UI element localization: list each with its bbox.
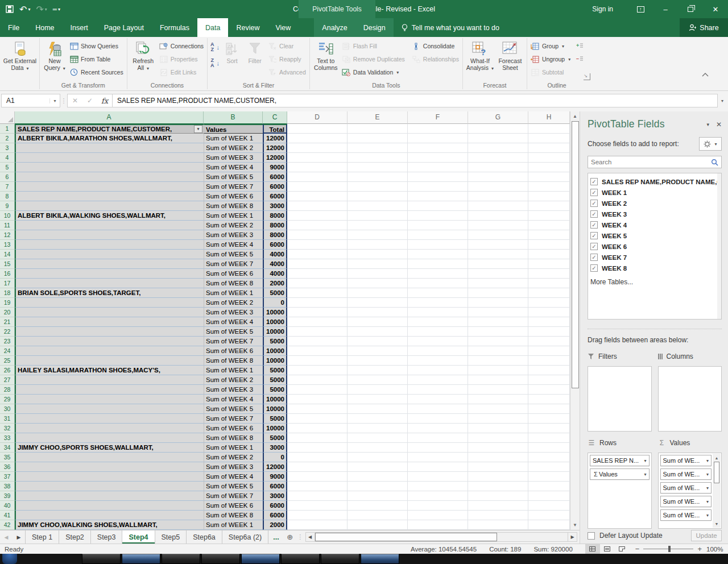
sort-button[interactable]: ZAAZ Sort: [221, 38, 243, 64]
remove-duplicates-button[interactable]: Remove Duplicates: [340, 53, 407, 65]
cell-F19[interactable]: [408, 298, 468, 308]
values-field-chip[interactable]: Sum of WE...▾: [660, 455, 712, 466]
edit-links-button[interactable]: Edit Links: [158, 67, 205, 78]
tab-data[interactable]: Data: [197, 18, 228, 37]
cell-H37[interactable]: [528, 472, 570, 482]
row-header-41[interactable]: 41: [0, 511, 15, 520]
cell-H28[interactable]: [528, 385, 570, 395]
zoom-in-icon[interactable]: +: [697, 545, 702, 553]
field-checkbox-checked[interactable]: ✓: [590, 200, 598, 207]
outline-dialog-launcher-icon[interactable]: ↘: [584, 73, 590, 80]
cell-B15[interactable]: Sum of WEEK 7: [204, 259, 263, 269]
cell-C15[interactable]: 4000: [263, 259, 287, 269]
cell-B42[interactable]: Sum of WEEK 1: [204, 520, 263, 530]
field-search[interactable]: [588, 156, 722, 168]
share-button[interactable]: Share: [680, 18, 728, 37]
cell-C16[interactable]: 4000: [263, 269, 287, 279]
row-header-16[interactable]: 16: [0, 269, 15, 279]
cell-C41[interactable]: 6000: [263, 511, 287, 520]
close-button[interactable]: ✕: [703, 0, 728, 18]
horizontal-scrollbar[interactable]: ◀ ▶: [305, 530, 580, 544]
sign-in-link[interactable]: Sign in: [592, 5, 613, 13]
tab-review[interactable]: Review: [228, 18, 267, 37]
cell-F33[interactable]: [408, 433, 468, 443]
cell-F23[interactable]: [408, 337, 468, 346]
cell-B39[interactable]: Sum of WEEK 7: [204, 491, 263, 501]
cell-G12[interactable]: [468, 230, 528, 240]
pivot-filter-dropdown-icon[interactable]: ▾: [194, 125, 202, 133]
status-count[interactable]: Count: 189: [489, 546, 521, 553]
cell-A4[interactable]: [15, 153, 204, 163]
filters-area[interactable]: [588, 366, 652, 432]
cell-D24[interactable]: [287, 346, 348, 356]
cell-G19[interactable]: [468, 298, 528, 308]
cell-B19[interactable]: Sum of WEEK 2: [204, 298, 263, 308]
sheet-tab-step3[interactable]: Step3: [91, 530, 123, 544]
cell-C42[interactable]: 2000: [263, 520, 287, 530]
cell-E6[interactable]: [348, 172, 408, 182]
cell-A19[interactable]: [15, 298, 204, 308]
cell-B16[interactable]: Sum of WEEK 6: [204, 269, 263, 279]
sheet-nav-right-icon[interactable]: ▶: [13, 530, 25, 544]
cell-E14[interactable]: [348, 250, 408, 259]
cell-G8[interactable]: [468, 192, 528, 201]
start-button-icon[interactable]: [2, 554, 17, 564]
tell-me-box[interactable]: Tell me what you want to do: [394, 18, 507, 37]
cell-G20[interactable]: [468, 308, 528, 317]
cell-F35[interactable]: [408, 453, 468, 462]
show-queries-button[interactable]: Show Queries: [68, 40, 125, 52]
cell-A13[interactable]: [15, 240, 204, 250]
cell-G36[interactable]: [468, 462, 528, 472]
row-header-42[interactable]: 42: [0, 520, 15, 530]
cell-A10[interactable]: ALBERT BIKILA,WALKING SHOES,WALLMART,: [15, 211, 204, 221]
row-header-15[interactable]: 15: [0, 259, 15, 269]
field-checkbox-checked[interactable]: ✓: [590, 232, 598, 239]
cell-H25[interactable]: [528, 356, 570, 366]
cell-A25[interactable]: [15, 356, 204, 366]
row-header-14[interactable]: 14: [0, 250, 15, 259]
row-header-40[interactable]: 40: [0, 501, 15, 511]
cell-A15[interactable]: [15, 259, 204, 269]
tab-insert[interactable]: Insert: [63, 18, 96, 37]
cell-D8[interactable]: [287, 192, 348, 201]
cell-D6[interactable]: [287, 172, 348, 182]
cell-E17[interactable]: [348, 279, 408, 288]
values-field-chip[interactable]: Sum of WE...▾: [660, 482, 712, 494]
cell-H26[interactable]: [528, 366, 570, 375]
cell-H2[interactable]: [528, 134, 570, 143]
cell-A21[interactable]: [15, 317, 204, 327]
cell-D18[interactable]: [287, 288, 348, 298]
cell-E16[interactable]: [348, 269, 408, 279]
subtotal-button[interactable]: Subtotal: [529, 67, 572, 78]
values-scrollbar[interactable]: ▲ ▼: [713, 454, 721, 528]
cell-E23[interactable]: [348, 337, 408, 346]
cell-F7[interactable]: [408, 182, 468, 192]
cell-B28[interactable]: Sum of WEEK 3: [204, 385, 263, 395]
cell-A2[interactable]: ALBERT BIKILA,MARATHON SHOES,WALLMART,: [15, 134, 204, 143]
cell-A31[interactable]: [15, 414, 204, 424]
cell-G24[interactable]: [468, 346, 528, 356]
cell-D22[interactable]: [287, 327, 348, 337]
cell-B25[interactable]: Sum of WEEK 8: [204, 356, 263, 366]
cell-D12[interactable]: [287, 230, 348, 240]
cell-C9[interactable]: 3000: [263, 201, 287, 211]
cell-D39[interactable]: [287, 491, 348, 501]
horizontal-scroll-thumb[interactable]: [315, 533, 497, 541]
cell-D9[interactable]: [287, 201, 348, 211]
cell-B20[interactable]: Sum of WEEK 3: [204, 308, 263, 317]
cell-B35[interactable]: Sum of WEEK 2: [204, 453, 263, 462]
cell-E18[interactable]: [348, 288, 408, 298]
row-header-35[interactable]: 35: [0, 453, 15, 462]
cell-H24[interactable]: [528, 346, 570, 356]
field-item[interactable]: ✓WEEK 1: [590, 187, 720, 198]
row-header-34[interactable]: 34: [0, 443, 15, 453]
cell-F22[interactable]: [408, 327, 468, 337]
cell-C6[interactable]: 6000: [263, 172, 287, 182]
cell-E37[interactable]: [348, 472, 408, 482]
sheet-overflow-indicator[interactable]: ...: [268, 530, 283, 544]
cell-C21[interactable]: 10000: [263, 317, 287, 327]
row-header-10[interactable]: 10: [0, 211, 15, 221]
cell-A20[interactable]: [15, 308, 204, 317]
reapply-button[interactable]: Reapply: [266, 53, 308, 65]
cell-C38[interactable]: 6000: [263, 482, 287, 491]
